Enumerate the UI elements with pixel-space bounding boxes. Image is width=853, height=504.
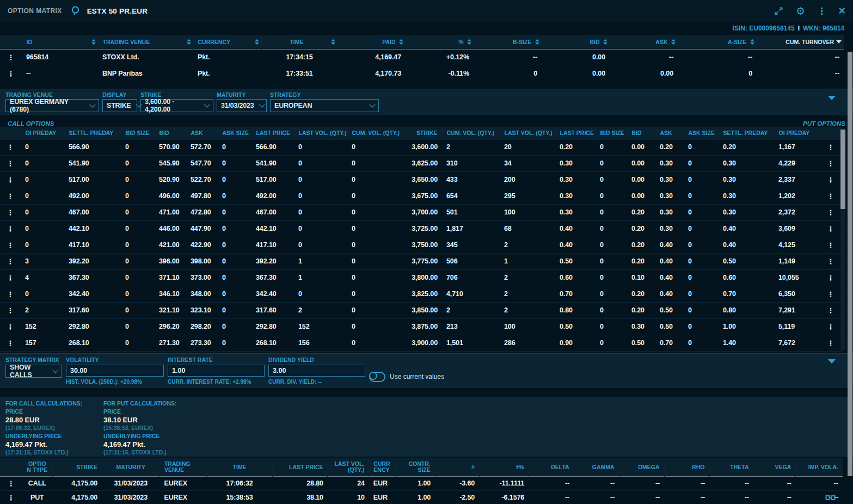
- column-header[interactable]: OI PREDAY: [774, 127, 820, 139]
- column-header[interactable]: CURRENCY: [369, 458, 397, 476]
- row-menu-icon[interactable]: ⋮: [0, 65, 22, 82]
- column-header[interactable]: BID SIZE: [121, 127, 155, 139]
- column-header[interactable]: ID: [22, 35, 98, 49]
- use-current-values-toggle[interactable]: [369, 372, 385, 382]
- column-header[interactable]: LAST VOL. (QTY.): [500, 127, 555, 139]
- column-header[interactable]: SETTL. PREDAY: [64, 127, 121, 139]
- row-menu-icon[interactable]: ⋮: [820, 237, 842, 253]
- cell: 0.20: [719, 139, 774, 155]
- interest-rate-input[interactable]: [168, 365, 265, 377]
- row-menu-icon[interactable]: ⋮: [0, 171, 21, 188]
- collapse-section-icon[interactable]: [828, 359, 836, 364]
- matrix-scrollbar-thumb[interactable]: [840, 130, 845, 209]
- row-menu-icon[interactable]: ⋮: [820, 171, 842, 188]
- expand-icon[interactable]: [774, 6, 784, 16]
- column-header[interactable]: %: [406, 35, 474, 49]
- column-header[interactable]: CUM. VOL. (QTY.): [347, 127, 402, 139]
- column-header[interactable]: MATURITY: [102, 458, 159, 476]
- column-header[interactable]: RHO: [664, 458, 709, 476]
- row-menu-icon[interactable]: ⋮: [820, 318, 842, 335]
- column-header[interactable]: CUM. TURNOVER: [757, 35, 844, 49]
- column-header[interactable]: ±: [435, 458, 479, 476]
- row-menu-icon[interactable]: ⋮: [820, 302, 842, 318]
- column-header[interactable]: B-SIZE: [474, 35, 542, 49]
- trading-venue-select[interactable]: EUREX GERMANY (6780): [5, 99, 99, 112]
- strategy-select[interactable]: EUROPEAN: [270, 99, 379, 112]
- row-menu-icon[interactable]: ⋮: [0, 335, 21, 351]
- column-header[interactable]: A-SIZE: [678, 35, 757, 49]
- row-menu-icon[interactable]: ⋮: [820, 269, 842, 286]
- column-header[interactable]: SETTL. PREDAY: [719, 127, 774, 139]
- row-menu-icon[interactable]: ⋮: [0, 476, 22, 490]
- close-icon[interactable]: ×: [838, 5, 845, 17]
- row-menu-icon[interactable]: ⋮: [0, 237, 21, 253]
- display-select[interactable]: STRIKE: [102, 99, 137, 112]
- column-header[interactable]: BID SIZE: [596, 127, 627, 139]
- column-header[interactable]: OI PREDAY: [21, 127, 64, 139]
- column-header[interactable]: TRADING VENUE: [98, 35, 193, 49]
- row-menu-icon[interactable]: ⋮: [820, 204, 842, 220]
- search-icon[interactable]: [70, 5, 82, 17]
- column-header[interactable]: LAST PRICE: [273, 458, 328, 476]
- column-header[interactable]: STRIKE: [402, 127, 442, 139]
- row-menu-icon[interactable]: ⋮: [0, 269, 21, 286]
- row-menu-icon[interactable]: ⋮: [820, 253, 842, 269]
- column-header[interactable]: PAID: [337, 35, 406, 49]
- strike-select[interactable]: 3,600.00 - 4,200.00: [140, 99, 213, 112]
- row-menu-icon[interactable]: ⋮: [0, 253, 21, 269]
- column-header[interactable]: BID: [627, 127, 655, 139]
- column-header[interactable]: TRADING VENUE: [159, 458, 206, 476]
- column-header[interactable]: IMP. VOLA.: [796, 458, 843, 476]
- row-menu-icon[interactable]: ⋮: [820, 139, 842, 155]
- maturity-select[interactable]: 31/03/2023: [217, 99, 267, 112]
- column-header[interactable]: LAST PRICE: [251, 127, 294, 139]
- column-header[interactable]: CONTR. SIZE: [396, 458, 435, 476]
- row-menu-icon[interactable]: ⋮: [0, 286, 21, 302]
- row-menu-icon[interactable]: ⋮: [820, 335, 842, 351]
- column-header[interactable]: LAST VOL. (QTY.): [328, 458, 369, 476]
- column-header[interactable]: OMEGA: [619, 458, 664, 476]
- row-menu-icon[interactable]: ⋮: [0, 155, 21, 171]
- volatility-input[interactable]: [66, 365, 164, 377]
- row-menu-icon[interactable]: ⋮: [0, 188, 21, 204]
- column-header[interactable]: ±%: [479, 458, 529, 476]
- column-header[interactable]: BID: [155, 127, 186, 139]
- row-menu-icon[interactable]: ⋮: [820, 220, 842, 237]
- settings-gear-icon[interactable]: ⚙: [796, 6, 805, 16]
- window-vertical-scrollbar[interactable]: [848, 52, 852, 476]
- link-icon[interactable]: [825, 494, 836, 501]
- row-menu-icon[interactable]: ⋮: [0, 318, 21, 335]
- column-header[interactable]: BID: [542, 35, 610, 49]
- column-header[interactable]: ASK SIZE: [218, 127, 251, 139]
- show-calls-select[interactable]: SHOW CALLS: [5, 365, 62, 378]
- column-header[interactable]: THETA: [709, 458, 753, 476]
- column-header[interactable]: STRIKE: [52, 458, 102, 476]
- row-menu-icon[interactable]: ⋮: [0, 302, 21, 318]
- row-menu-icon[interactable]: ⋮: [820, 155, 842, 171]
- more-options-icon[interactable]: ⋮: [817, 5, 826, 17]
- matrix-scrollbar-track[interactable]: [840, 128, 845, 351]
- column-header[interactable]: OPTION TYPE: [22, 458, 52, 476]
- column-header[interactable]: LAST PRICE: [555, 127, 596, 139]
- column-header[interactable]: ASK: [655, 127, 684, 139]
- column-header[interactable]: VEGA: [753, 458, 796, 476]
- row-menu-icon[interactable]: ⋮: [0, 220, 21, 237]
- column-header[interactable]: TIME: [261, 35, 337, 49]
- column-header[interactable]: ASK: [610, 35, 678, 49]
- row-menu-icon[interactable]: ⋮: [820, 286, 842, 302]
- column-header[interactable]: CUM. VOL. (QTY.): [442, 127, 500, 139]
- column-header[interactable]: CURRENCY: [193, 35, 261, 49]
- column-header[interactable]: TIME: [206, 458, 272, 476]
- collapse-section-icon[interactable]: [828, 96, 836, 100]
- column-header[interactable]: ASK: [186, 127, 218, 139]
- row-menu-icon[interactable]: ⋮: [0, 490, 22, 504]
- column-header[interactable]: ASK SIZE: [684, 127, 719, 139]
- row-menu-icon[interactable]: ⋮: [0, 204, 21, 220]
- column-header[interactable]: DELTA: [529, 458, 574, 476]
- dividend-yield-input[interactable]: [268, 365, 365, 377]
- row-menu-icon[interactable]: ⋮: [0, 49, 22, 65]
- row-menu-icon[interactable]: ⋮: [0, 139, 21, 155]
- column-header[interactable]: GAMMA: [574, 458, 619, 476]
- column-header[interactable]: LAST VOL. (QTY.): [294, 127, 347, 139]
- row-menu-icon[interactable]: ⋮: [820, 188, 842, 204]
